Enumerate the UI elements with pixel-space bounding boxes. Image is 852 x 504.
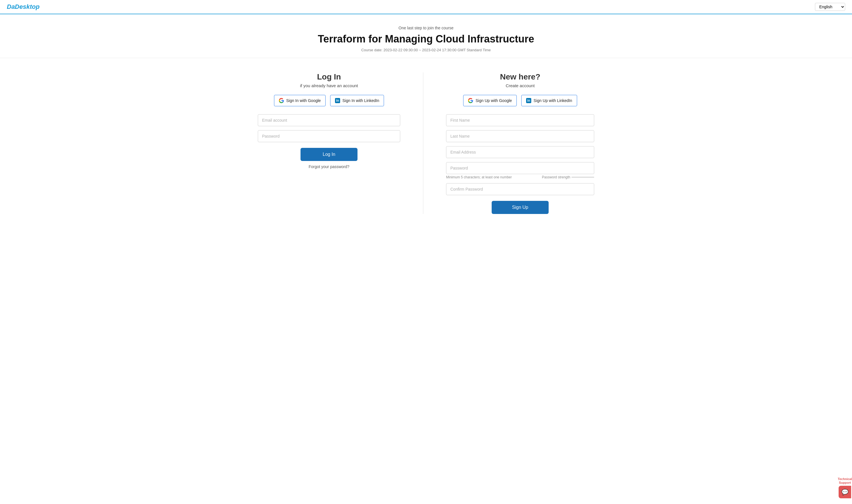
password-strength-label: Password strength: [542, 175, 570, 179]
signup-firstname-group: [446, 114, 594, 126]
signup-email-input[interactable]: [446, 146, 594, 158]
signin-linkedin-button[interactable]: in Sign In with LinkedIn: [330, 95, 384, 106]
language-selector[interactable]: English 한국어 日本語 中文: [815, 3, 845, 11]
login-social-buttons: Sign In with Google in Sign In with Link…: [258, 95, 400, 106]
main-content: Log In if you already have an account Si…: [227, 58, 626, 228]
signup-email-group: [446, 146, 594, 158]
signup-subtitle: Create account: [446, 83, 594, 88]
linkedin-icon: in: [335, 98, 340, 103]
login-password-input[interactable]: [258, 130, 400, 142]
signup-lastname-group: [446, 130, 594, 142]
password-hint-text: Minimum 5 characters; at least one numbe…: [446, 175, 512, 179]
forgot-password-link[interactable]: Forgot your password?: [258, 164, 400, 169]
signin-google-button[interactable]: Sign In with Google: [274, 95, 326, 106]
chat-icon: 💬: [841, 489, 849, 496]
password-strength-bar: [572, 177, 594, 178]
signup-google-button[interactable]: Sign Up with Google: [463, 95, 517, 106]
signup-social-buttons: Sign Up with Google in Sign Up with Link…: [446, 95, 594, 106]
signup-linkedin-label: Sign Up with LinkedIn: [533, 98, 572, 103]
signup-button[interactable]: Sign Up: [492, 201, 549, 214]
signin-linkedin-label: Sign In with LinkedIn: [342, 98, 379, 103]
tech-support-label: TechnicalSupport: [838, 477, 852, 485]
login-title: Log In: [258, 72, 400, 82]
signup-firstname-input[interactable]: [446, 114, 594, 126]
logo: DaDesktop: [7, 3, 40, 11]
signup-title: New here?: [446, 72, 594, 82]
login-panel: Log In if you already have an account Si…: [258, 72, 400, 214]
login-password-group: [258, 130, 400, 142]
panel-divider: [423, 72, 423, 214]
signup-confirm-password-input[interactable]: [446, 183, 594, 195]
signup-confirm-password-group: [446, 183, 594, 195]
header: DaDesktop English 한국어 日本語 中文: [0, 0, 852, 14]
login-email-group: [258, 114, 400, 126]
google-icon: [279, 98, 284, 103]
course-date: Course date: 2023-02-22 09:30:00 ~ 2023-…: [6, 48, 846, 52]
signup-linkedin-button[interactable]: in Sign Up with LinkedIn: [521, 95, 577, 106]
login-subtitle: if you already have an account: [258, 83, 400, 88]
signin-google-label: Sign In with Google: [286, 98, 321, 103]
course-title: Terraform for Managing Cloud Infrastruct…: [6, 33, 846, 45]
password-strength-container: Password strength: [542, 175, 594, 179]
course-section: One last step to join the course Terrafo…: [0, 14, 852, 58]
course-subtitle: One last step to join the course: [6, 26, 846, 30]
signup-lastname-input[interactable]: [446, 130, 594, 142]
signup-google-label: Sign Up with Google: [475, 98, 512, 103]
password-hint-row: Minimum 5 characters; at least one numbe…: [446, 175, 594, 179]
signup-password-input[interactable]: [446, 162, 594, 174]
signup-password-group: Minimum 5 characters; at least one numbe…: [446, 162, 594, 179]
login-button[interactable]: Log In: [301, 148, 358, 161]
signup-panel: New here? Create account Sign Up with Go…: [446, 72, 594, 214]
tech-support-button[interactable]: 💬: [839, 486, 851, 498]
google-icon-signup: [468, 98, 473, 103]
tech-support-widget[interactable]: TechnicalSupport 💬: [838, 477, 852, 498]
login-email-input[interactable]: [258, 114, 400, 126]
linkedin-icon-signup: in: [526, 98, 531, 103]
